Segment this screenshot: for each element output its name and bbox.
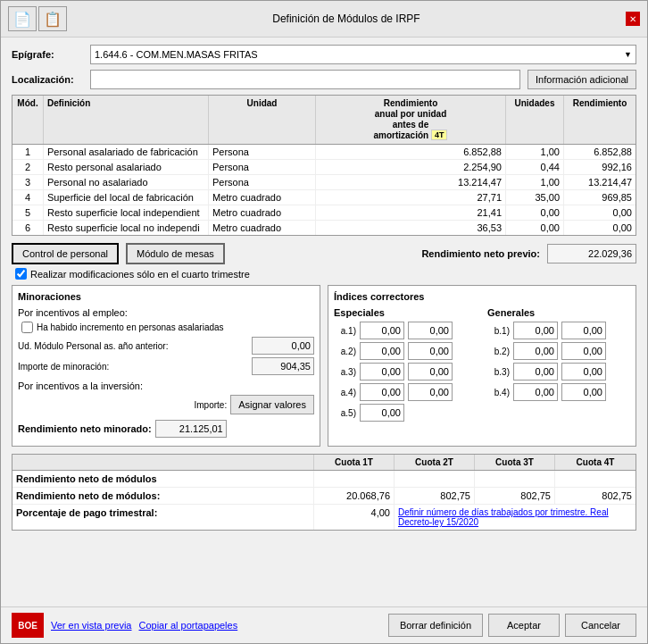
input-b4-v1[interactable]: [513, 383, 558, 401]
bt-c4-header: [555, 471, 636, 487]
input-b3-v1[interactable]: [513, 363, 558, 381]
col-definition: Definición: [44, 96, 209, 144]
cell-def-5: Resto superficie local independient: [44, 205, 209, 220]
incentivos-inversion-label: Por incentivos a la inversión:: [18, 381, 314, 391]
importe-minoracion-row: Importe de minoración:: [18, 357, 314, 375]
footer: BOE Ver en vista previa Copiar al portap…: [1, 606, 647, 643]
btn-mesas[interactable]: Módulo de mesas: [126, 243, 225, 264]
indices-row-b3: b.3): [487, 363, 630, 381]
input-b2-v2[interactable]: [561, 342, 606, 360]
rendimiento-neto-value: 22.029,36: [547, 244, 636, 263]
input-a5-v1[interactable]: [360, 404, 404, 422]
epigraph-dropdown[interactable]: 1.644.6 - COM.MEN.MASAS FRITAS ▼: [90, 45, 636, 64]
location-input[interactable]: [90, 70, 520, 89]
indices-row-a5: a.5): [334, 404, 477, 422]
cell-def-6: Resto superficie local no independi: [44, 221, 209, 235]
input-a1-v2[interactable]: [408, 322, 453, 339]
table-row: 2 Resto personal asalariado Persona 2.25…: [12, 160, 636, 175]
cell-rend-1: 6.852,88: [316, 145, 506, 159]
checkbox-trimestre[interactable]: [15, 268, 27, 280]
input-a3-v1[interactable]: [360, 363, 404, 381]
chevron-down-icon: ▼: [624, 50, 632, 59]
cell-result-5: 0,00: [564, 205, 636, 220]
info-button[interactable]: Información adicional: [528, 70, 636, 89]
rendimiento-minorado-input[interactable]: [155, 420, 227, 438]
indices-row-a3: a.3): [334, 363, 477, 381]
cell-unit-1: Persona: [209, 145, 316, 159]
bt-row-header: Rendimiento neto de módulos: [12, 471, 636, 488]
btn-cancelar[interactable]: Cancelar: [565, 614, 636, 637]
btn-asignar[interactable]: Asignar valores: [230, 395, 314, 414]
ud-modulo-input[interactable]: [252, 337, 314, 355]
input-a3-v2[interactable]: [408, 363, 453, 381]
cell-result-2: 992,16: [564, 160, 636, 174]
cell-mod-2: 2: [12, 160, 44, 174]
bt-c2-rendimiento: 802,75: [395, 488, 475, 504]
minoraciones-title: Minoraciones: [18, 291, 314, 302]
indices-row-a4: a.4): [334, 383, 477, 401]
input-b1-v1[interactable]: [513, 322, 558, 339]
input-a1-v1[interactable]: [360, 322, 404, 339]
checkbox-incremento-label[interactable]: Ha habido incremento en personas asalari…: [37, 322, 224, 332]
cell-units-4: 35,00: [506, 190, 564, 205]
indices-row-a1: a.1): [334, 322, 477, 339]
window-icons: 📄 📋: [8, 6, 67, 31]
cell-unit-4: Metro cuadrado: [209, 190, 316, 205]
label-b1: b.1): [487, 326, 510, 336]
col-unidades: Unidades: [506, 96, 564, 144]
indices-panel: Índices correctores Especiales a.1) a.2): [328, 285, 636, 447]
bt-c1-porcentaje: 4,00: [314, 505, 395, 530]
cell-mod-4: 4: [12, 190, 44, 205]
indices-columns: Especiales a.1) a.2) a.3): [334, 307, 630, 424]
cell-unit-5: Metro cuadrado: [209, 205, 316, 220]
bt-c2-header: [395, 471, 475, 487]
incentivos-empleo-section: Por incentivos al empleo: Ha habido incr…: [18, 307, 314, 375]
window-title: Definición de Módulos de IRPF: [67, 13, 626, 25]
cell-mod-6: 6: [12, 221, 44, 235]
input-b4-v2[interactable]: [561, 383, 606, 401]
decreto-link[interactable]: Definir número de días trabajados por tr…: [398, 507, 609, 527]
cell-unit-3: Persona: [209, 175, 316, 189]
bt-label-porcentaje: Porcentaje de pago trimestral:: [12, 505, 314, 530]
link-portapapeles[interactable]: Copiar al portapapeles: [139, 620, 238, 631]
control-row: Control de personal Módulo de mesas Rend…: [12, 243, 636, 264]
label-a2: a.2): [334, 347, 356, 356]
label-b4: b.4): [487, 388, 510, 397]
cell-def-4: Superficie del local de fabricación: [44, 190, 209, 205]
incentivos-empleo-label: Por incentivos al empleo:: [18, 307, 314, 318]
importe-minoracion-input[interactable]: [252, 357, 314, 375]
bt-col-c3: Cuota 3T: [475, 455, 555, 470]
label-b2: b.2): [487, 347, 510, 356]
table-row: 5 Resto superficie local independient Me…: [12, 205, 636, 221]
indices-row-b4: b.4): [487, 383, 630, 401]
cell-units-1: 1,00: [506, 145, 564, 159]
checkbox-incremento[interactable]: [21, 322, 33, 333]
input-b3-v2[interactable]: [561, 363, 606, 381]
cell-units-6: 0,00: [506, 221, 564, 235]
link-vista-previa[interactable]: Ver en vista previa: [51, 620, 132, 631]
input-a4-v1[interactable]: [360, 383, 404, 401]
btn-aceptar[interactable]: Aceptar: [488, 614, 560, 637]
input-b1-v2[interactable]: [561, 322, 606, 339]
bt-row-porcentaje: Porcentaje de pago trimestral: 4,00 Defi…: [12, 505, 636, 530]
input-a2-v2[interactable]: [408, 342, 453, 360]
input-a4-v2[interactable]: [408, 383, 453, 401]
bottom-table-header: Cuota 1T Cuota 2T Cuota 3T Cuota 4T: [12, 455, 636, 471]
input-b2-v1[interactable]: [513, 342, 558, 360]
input-a2-v1[interactable]: [360, 342, 404, 360]
importe-minoracion-label: Importe de minoración:: [18, 362, 248, 372]
cell-mod-5: 5: [12, 205, 44, 220]
bt-c3-header: [475, 471, 555, 487]
btn-personal[interactable]: Control de personal: [12, 243, 119, 264]
btn-borrar[interactable]: Borrar definición: [388, 614, 483, 637]
cell-rend-3: 13.214,47: [316, 175, 506, 189]
cell-def-3: Personal no asalariado: [44, 175, 209, 189]
bt-label-rendimiento: Rendimiento neto de módulos:: [12, 488, 314, 504]
indices-title: Índices correctores: [334, 291, 630, 302]
checkbox-trimestre-label[interactable]: Realizar modificaciones sólo en el cuart…: [30, 269, 250, 280]
main-content: Epígrafe: 1.644.6 - COM.MEN.MASAS FRITAS…: [1, 38, 647, 606]
location-label: Localización:: [12, 74, 83, 85]
indices-row-a2: a.2): [334, 342, 477, 360]
close-button[interactable]: ✕: [626, 12, 640, 26]
cell-result-6: 0,00: [564, 221, 636, 235]
